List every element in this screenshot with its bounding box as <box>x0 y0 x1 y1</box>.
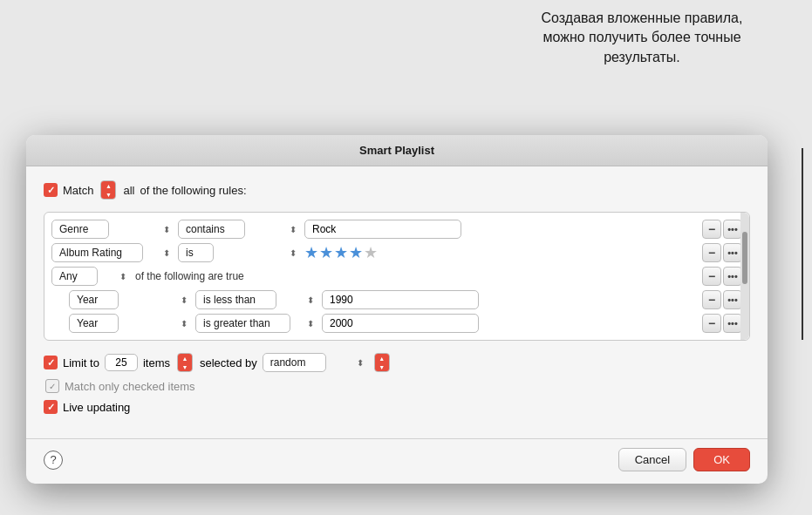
stepper-down[interactable]: ▼ <box>101 190 115 199</box>
rules-area: Genre contains − ••• Album <box>44 212 750 341</box>
limit-checkbox[interactable] <box>44 356 58 369</box>
rule-row-genre: Genre contains − ••• <box>51 220 742 239</box>
nested-group-options-btn[interactable]: ••• <box>723 267 742 286</box>
match-row: Match ▲ ▼ all of the following rules: <box>44 180 750 200</box>
dialog-title-bar: Smart Playlist <box>26 135 768 166</box>
limit-unit: items <box>143 356 170 369</box>
smart-playlist-dialog: Smart Playlist Match ▲ ▼ all of the foll… <box>26 135 768 484</box>
live-update-row: Live updating <box>44 400 750 414</box>
star-4: ★ <box>349 243 363 262</box>
year2-condition-wrapper: is greater than <box>195 314 317 333</box>
limit-unit-stepper-up[interactable]: ▲ <box>178 354 192 363</box>
match-value-stepper[interactable]: ▲ ▼ <box>100 180 116 200</box>
genre-value-input[interactable] <box>304 220 461 239</box>
album-rating-field-select[interactable]: Album Rating <box>51 243 143 262</box>
selected-by-label: selected by <box>200 356 257 369</box>
match-checked-row: Match only checked items <box>44 379 750 393</box>
year2-options-btn[interactable]: ••• <box>723 314 742 333</box>
match-checkbox[interactable] <box>44 183 58 197</box>
year2-remove-btn[interactable]: − <box>702 314 721 333</box>
genre-field-wrapper: Genre <box>51 220 174 239</box>
annotation-line <box>802 148 803 340</box>
star-3: ★ <box>334 243 348 262</box>
selected-by-stepper-up[interactable]: ▲ <box>375 354 389 363</box>
year2-condition-select[interactable]: is greater than <box>195 314 290 333</box>
match-value: all <box>123 184 134 197</box>
dialog-footer: ? Cancel OK <box>26 438 768 484</box>
album-rating-condition-select[interactable]: is <box>178 243 214 262</box>
album-rating-remove-btn[interactable]: − <box>702 243 721 262</box>
help-button[interactable]: ? <box>44 451 63 470</box>
any-field-select[interactable]: Any <box>51 267 98 286</box>
selected-by-stepper[interactable]: ▲ ▼ <box>374 353 390 372</box>
genre-condition-select[interactable]: contains <box>178 220 245 239</box>
cancel-button[interactable]: Cancel <box>618 448 686 471</box>
genre-options-btn[interactable]: ••• <box>723 220 742 239</box>
year2-rule-buttons: − ••• <box>702 314 742 333</box>
live-update-checkbox[interactable] <box>44 400 58 414</box>
nested-group-header: Any of the following are true − ••• <box>51 267 742 286</box>
selected-by-select[interactable]: random <box>263 353 326 372</box>
year1-options-btn[interactable]: ••• <box>723 290 742 309</box>
year1-rule-buttons: − ••• <box>702 290 742 309</box>
year1-field-select[interactable]: Year <box>69 290 119 309</box>
selected-by-stepper-down[interactable]: ▼ <box>375 363 389 371</box>
match-suffix: of the following rules: <box>140 184 246 197</box>
album-rating-condition-wrapper: is <box>178 243 300 262</box>
match-checked-checkbox[interactable] <box>45 379 59 393</box>
year1-field-wrapper: Year <box>69 290 191 309</box>
limit-unit-stepper-down[interactable]: ▼ <box>178 363 192 371</box>
star-2: ★ <box>319 243 333 262</box>
scroll-thumb[interactable] <box>742 232 747 284</box>
star-5: ★ <box>364 243 378 262</box>
nested-rules-group: Year is less than − ••• <box>69 290 742 333</box>
limit-unit-stepper[interactable]: ▲ ▼ <box>177 353 193 372</box>
album-rating-options-btn[interactable]: ••• <box>723 243 742 262</box>
limit-value-input[interactable] <box>105 354 138 371</box>
genre-condition-wrapper: contains <box>178 220 300 239</box>
genre-remove-btn[interactable]: − <box>702 220 721 239</box>
live-update-label: Live updating <box>63 401 130 414</box>
nested-group-remove-btn[interactable]: − <box>702 267 721 286</box>
limit-label: Limit to <box>63 356 99 369</box>
nested-rule-year-greater: Year is greater than − ••• <box>69 314 742 333</box>
year1-condition-wrapper: is less than <box>195 290 317 309</box>
bottom-section: Limit to items ▲ ▼ selected by random ▲ … <box>44 353 750 423</box>
genre-rule-buttons: − ••• <box>702 220 742 239</box>
year1-condition-select[interactable]: is less than <box>195 290 276 309</box>
match-label: Match <box>63 184 93 197</box>
dialog-body: Match ▲ ▼ all of the following rules: Ge… <box>26 166 768 435</box>
year1-remove-btn[interactable]: − <box>702 290 721 309</box>
album-rating-stars[interactable]: ★ ★ ★ ★ ★ <box>304 243 461 262</box>
limit-row: Limit to items ▲ ▼ selected by random ▲ … <box>44 353 750 372</box>
nested-rule-year-less: Year is less than − ••• <box>69 290 742 309</box>
selected-by-wrapper: random <box>263 353 367 372</box>
ok-button[interactable]: OK <box>693 448 750 471</box>
genre-field-select[interactable]: Genre <box>51 220 109 239</box>
album-rating-rule-buttons: − ••• <box>702 243 742 262</box>
rule-row-album-rating: Album Rating is ★ ★ ★ ★ ★ − <box>51 243 742 262</box>
star-1: ★ <box>304 243 318 262</box>
album-rating-field-wrapper: Album Rating <box>51 243 174 262</box>
dialog-title: Smart Playlist <box>359 144 434 157</box>
annotation-text: Создавая вложенные правила, можно получи… <box>489 9 795 67</box>
any-field-wrapper: Any <box>51 267 130 286</box>
stepper-up[interactable]: ▲ <box>101 181 115 190</box>
scroll-indicator[interactable] <box>740 213 749 340</box>
footer-buttons: Cancel OK <box>618 448 750 471</box>
year1-value-input[interactable] <box>322 290 479 309</box>
year2-field-wrapper: Year <box>69 314 191 333</box>
year2-value-input[interactable] <box>322 314 479 333</box>
match-checked-label: Match only checked items <box>65 380 195 393</box>
nested-group-suffix: of the following are true <box>135 270 244 282</box>
nested-group-buttons: − ••• <box>702 267 742 286</box>
year2-field-select[interactable]: Year <box>69 314 119 333</box>
